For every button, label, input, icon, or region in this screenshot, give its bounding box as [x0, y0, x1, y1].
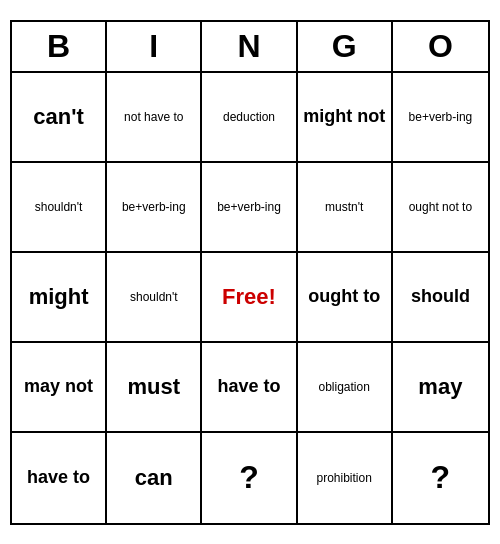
- bingo-cell-16: must: [107, 343, 202, 433]
- bingo-cell-22: ?: [202, 433, 297, 523]
- bingo-board: BINGO can'tnot have todeductionmight not…: [10, 20, 490, 525]
- bingo-cell-5: shouldn't: [12, 163, 107, 253]
- bingo-cell-17: have to: [202, 343, 297, 433]
- bingo-grid: can'tnot have todeductionmight notbe+ver…: [12, 73, 488, 523]
- bingo-cell-10: might: [12, 253, 107, 343]
- bingo-cell-2: deduction: [202, 73, 297, 163]
- bingo-cell-7: be+verb-ing: [202, 163, 297, 253]
- bingo-cell-24: ?: [393, 433, 488, 523]
- header-letter-i: I: [107, 22, 202, 71]
- bingo-cell-19: may: [393, 343, 488, 433]
- bingo-cell-14: should: [393, 253, 488, 343]
- bingo-cell-13: ought to: [298, 253, 393, 343]
- bingo-cell-1: not have to: [107, 73, 202, 163]
- bingo-cell-12: Free!: [202, 253, 297, 343]
- bingo-cell-20: have to: [12, 433, 107, 523]
- bingo-cell-11: shouldn't: [107, 253, 202, 343]
- header-letter-n: N: [202, 22, 297, 71]
- bingo-cell-9: ought not to: [393, 163, 488, 253]
- bingo-cell-15: may not: [12, 343, 107, 433]
- header-letter-o: O: [393, 22, 488, 71]
- header-letter-g: G: [298, 22, 393, 71]
- bingo-cell-6: be+verb-ing: [107, 163, 202, 253]
- bingo-cell-0: can't: [12, 73, 107, 163]
- bingo-cell-8: mustn't: [298, 163, 393, 253]
- bingo-cell-4: be+verb-ing: [393, 73, 488, 163]
- bingo-cell-3: might not: [298, 73, 393, 163]
- bingo-header: BINGO: [12, 22, 488, 73]
- bingo-cell-21: can: [107, 433, 202, 523]
- bingo-cell-23: prohibition: [298, 433, 393, 523]
- header-letter-b: B: [12, 22, 107, 71]
- bingo-cell-18: obligation: [298, 343, 393, 433]
